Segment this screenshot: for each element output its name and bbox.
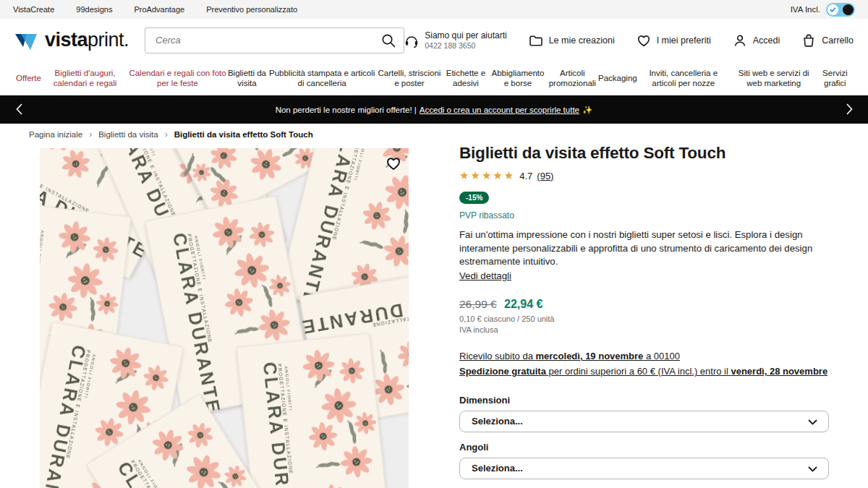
product-gallery-image: CLARA DURANTE PROGETTAZIONE E INSTALLAZI… <box>40 148 409 488</box>
chevron-right-icon: › <box>165 129 168 140</box>
wishlist-heart-button[interactable] <box>383 153 404 174</box>
chevron-right-icon: › <box>89 129 92 140</box>
business-cards-photo: CLARA DURANTE PROGETTAZIONE E INSTALLAZI… <box>40 148 409 488</box>
search-input[interactable] <box>145 27 404 53</box>
product-description: Fai un'ottima impressione con i nostri b… <box>459 228 829 269</box>
old-price: 26,99 € <box>459 298 497 310</box>
heart-icon <box>386 155 401 171</box>
link-99designs[interactable]: 99designs <box>76 5 112 14</box>
nav-item-servizi-grafici[interactable]: Servizi grafici <box>818 68 852 89</box>
search-icon[interactable] <box>381 33 396 51</box>
reviews-count-link[interactable]: (95) <box>537 171 553 181</box>
vat-toggle-label: IVA Incl. <box>791 5 820 14</box>
vistaprint-mark-icon <box>13 30 41 51</box>
nav-item-etichette[interactable]: Etichette e adesivi <box>443 68 490 89</box>
utility-bar: VistaCreate 99designs ProAdvantage Preve… <box>0 0 868 19</box>
delivery-date-link[interactable]: Ricevilo subito da mercoledì, 19 novembr… <box>459 349 680 364</box>
vat-toggle[interactable] <box>826 3 855 17</box>
nav-item-pubblicita[interactable]: Pubblicità stampata e articoli di cancel… <box>268 68 376 89</box>
link-preventivo[interactable]: Preventivo personalizzato <box>206 5 297 14</box>
nav-item-calendari-foto[interactable]: Calendari e regali con foto per le feste <box>129 68 226 89</box>
banner-signin-link[interactable]: Accedi o crea un account per scoprirle t… <box>420 106 579 114</box>
nav-item-biglietti-auguri[interactable]: Biglietti d'auguri, calendari e regali <box>41 68 129 89</box>
phone-number: 0422 188 3650 <box>425 41 475 50</box>
see-details-link[interactable]: Vedi dettagli <box>459 270 511 281</box>
vistaprint-logo[interactable]: vistaprint. <box>13 29 129 51</box>
chevron-down-icon <box>808 466 817 472</box>
favorites-button[interactable]: I miei preferiti <box>637 33 711 48</box>
search-bar <box>145 27 404 53</box>
banner-prev-icon[interactable] <box>12 102 26 116</box>
pvp-label: PVP ribassato <box>459 210 829 221</box>
toggle-knob <box>843 4 854 15</box>
banner-next-icon[interactable] <box>842 102 856 116</box>
headset-icon <box>404 33 419 48</box>
page-title: Biglietti da visita effetto Soft Touch <box>459 144 829 163</box>
current-price: 22,94 € <box>504 298 542 310</box>
rating-value: 4.7 <box>519 171 532 181</box>
vistaprint-product-page: VistaCreate 99designs ProAdvantage Preve… <box>0 0 868 488</box>
breadcrumb-current: Biglietti da visita effetto Soft Touch <box>174 130 313 139</box>
dimensions-label: Dimensioni <box>459 395 829 406</box>
corners-select[interactable]: Seleziona... <box>459 458 829 479</box>
rating-row: ★★★★★ 4.7 (95) <box>459 169 829 182</box>
user-icon <box>733 33 747 48</box>
nav-item-offerte[interactable]: Offerte <box>16 73 41 83</box>
nav-item-packaging[interactable]: Packaging <box>598 73 637 83</box>
logo-text: vistaprint. <box>45 29 129 51</box>
corners-label: Angoli <box>459 442 829 453</box>
product-details-panel: Biglietti da visita effetto Soft Touch ★… <box>459 144 829 488</box>
check-icon <box>827 4 838 15</box>
star-rating-icons: ★★★★★ <box>459 169 515 182</box>
vat-toggle-group: IVA Incl. <box>791 3 855 17</box>
discount-badge: -15% <box>459 192 489 204</box>
folder-icon <box>529 33 543 48</box>
nav-item-articoli-promo[interactable]: Articoli promozionali <box>547 68 598 89</box>
free-shipping-link[interactable]: Spedizione gratuita per ordini superiori… <box>459 364 827 380</box>
category-nav: Offerte Biglietti d'auguri, calendari e … <box>0 61 868 95</box>
shopping-bag-icon <box>801 33 816 48</box>
link-vistacreate[interactable]: VistaCreate <box>13 5 54 14</box>
price-row: 26,99 € 22,94 € <box>459 298 829 311</box>
unit-price: 0,10 € ciascuno / 250 unità <box>459 314 829 323</box>
chevron-down-icon <box>808 419 817 425</box>
breadcrumb: Pagina iniziale › Biglietti da visita › … <box>29 129 313 140</box>
my-creations-button[interactable]: Le mie creazioni <box>529 33 615 48</box>
login-button[interactable]: Accedi <box>733 33 780 48</box>
breadcrumb-category[interactable]: Biglietti da visita <box>98 130 158 139</box>
heart-icon <box>637 33 651 48</box>
utility-links: VistaCreate 99designs ProAdvantage Preve… <box>13 5 297 14</box>
banner-text: Non perderti le nostre migliori offerte!… <box>276 106 417 114</box>
promo-banner: Non perderti le nostre migliori offerte!… <box>0 95 868 124</box>
main-header: vistaprint. Siamo qui per aiutarti 0422 … <box>0 19 868 61</box>
delivery-info: Ricevilo subito da mercoledì, 19 novembr… <box>459 349 829 380</box>
nav-item-siti-web[interactable]: Siti web e servizi di web marketing <box>730 68 818 89</box>
header-actions: Siamo qui per aiutarti 0422 188 3650 Le … <box>404 30 854 51</box>
nav-item-abbigliamento[interactable]: Abbigliamento e borse <box>489 68 546 89</box>
cart-button[interactable]: Carrello <box>801 33 854 48</box>
help-text: Siamo qui per aiutarti 0422 188 3650 <box>425 30 506 51</box>
sparkles-icon: ✨ <box>582 105 592 115</box>
dimensions-select[interactable]: Seleziona... <box>459 411 829 432</box>
help-contact[interactable]: Siamo qui per aiutarti 0422 188 3650 <box>404 30 506 51</box>
vat-note: IVA inclusa <box>459 325 829 334</box>
nav-item-biglietti-visita[interactable]: Biglietti da visita <box>226 68 268 89</box>
breadcrumb-home[interactable]: Pagina iniziale <box>29 130 82 139</box>
link-proadvantage[interactable]: ProAdvantage <box>134 5 184 14</box>
nav-item-inviti[interactable]: Inviti, cancelleria e articoli per nozze <box>637 68 730 89</box>
nav-item-cartelli[interactable]: Cartelli, striscioni e poster <box>376 68 442 89</box>
